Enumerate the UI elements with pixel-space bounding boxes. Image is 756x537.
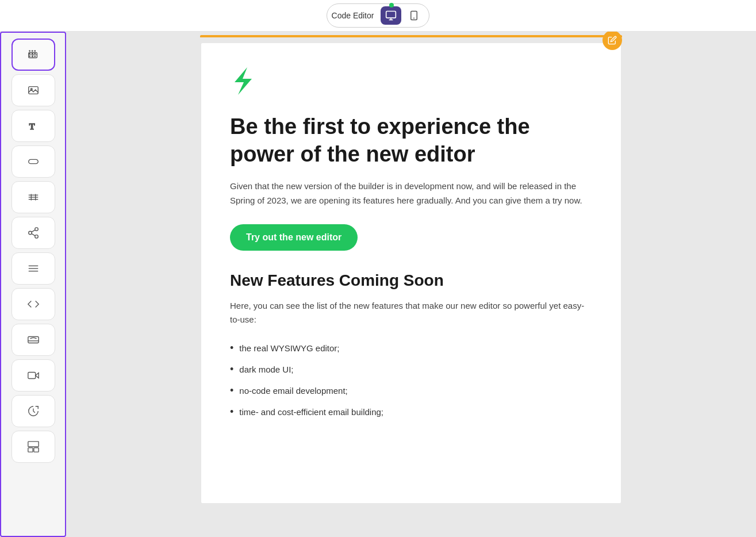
svg-rect-17 <box>28 87 38 94</box>
svg-point-10 <box>34 53 36 55</box>
cta-button[interactable]: Try out the new editor <box>230 224 358 251</box>
top-bar: Code Editor <box>0 0 756 32</box>
features-list: the real WYSIWYG editor; dark mode UI; n… <box>230 337 592 423</box>
svg-line-30 <box>31 230 34 232</box>
features-intro: Here, you can see the list of the new fe… <box>230 299 592 328</box>
svg-rect-40 <box>28 442 38 447</box>
main-heading: Be the first to experience the power of … <box>230 113 592 168</box>
sidebar-item-button[interactable] <box>11 145 55 178</box>
sidebar-item-image[interactable] <box>11 74 55 106</box>
svg-rect-36 <box>28 373 35 379</box>
list-item: no-code email development; <box>230 380 592 401</box>
code-editor-label: Code Editor <box>332 11 374 20</box>
sidebar-item-social[interactable] <box>11 217 55 249</box>
svg-rect-39 <box>33 448 38 452</box>
view-switcher: Code Editor <box>327 3 430 28</box>
content-area: Be the first to experience the power of … <box>66 32 756 537</box>
svg-point-26 <box>34 228 38 231</box>
orange-top-bar <box>200 35 622 37</box>
svg-point-28 <box>34 235 38 239</box>
logo-icon <box>230 66 592 99</box>
sidebar-item-gallery[interactable] <box>11 431 55 463</box>
list-item: the real WYSIWYG editor; <box>230 337 592 359</box>
main-layout: T <box>0 32 756 537</box>
svg-rect-0 <box>386 11 396 18</box>
desktop-view-btn[interactable] <box>381 6 401 25</box>
sidebar-item-video[interactable] <box>11 359 55 392</box>
svg-point-27 <box>28 231 32 235</box>
sidebar-item-blocks[interactable] <box>11 39 55 71</box>
svg-point-6 <box>31 50 33 52</box>
section-heading: New Features Coming Soon <box>230 271 592 290</box>
sidebar: T <box>0 32 66 537</box>
logo-area <box>230 66 592 99</box>
sidebar-item-banner[interactable] <box>11 324 55 356</box>
svg-point-11 <box>29 55 30 57</box>
sidebar-item-text[interactable]: T <box>11 110 55 142</box>
edit-icon[interactable] <box>603 32 622 50</box>
svg-marker-37 <box>35 373 38 378</box>
description: Given that the new version of the builde… <box>230 179 592 208</box>
email-canvas: Be the first to experience the power of … <box>201 43 621 503</box>
svg-point-5 <box>29 50 30 52</box>
svg-rect-38 <box>28 448 32 452</box>
list-item: dark mode UI; <box>230 359 592 380</box>
sidebar-item-menu[interactable] <box>11 252 55 285</box>
sidebar-item-timer[interactable] <box>11 395 55 427</box>
svg-rect-20 <box>28 159 38 163</box>
svg-point-8 <box>29 53 30 55</box>
sidebar-item-code[interactable] <box>11 288 55 320</box>
mobile-view-btn[interactable] <box>404 6 424 25</box>
svg-text:T: T <box>29 122 34 131</box>
svg-point-13 <box>34 55 36 57</box>
svg-line-29 <box>31 233 34 236</box>
active-indicator <box>389 3 394 7</box>
sidebar-item-divider[interactable] <box>11 181 55 213</box>
svg-point-7 <box>34 50 36 52</box>
list-item: time- and cost-efficient email building; <box>230 401 592 423</box>
